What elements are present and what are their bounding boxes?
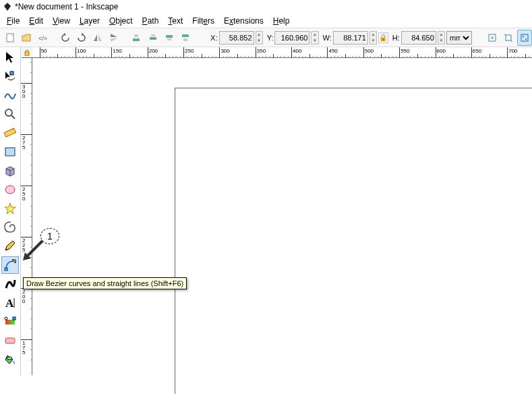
menu-text[interactable]: Text: [164, 15, 187, 27]
x-label: X:: [210, 34, 217, 42]
star-tool[interactable]: [1, 200, 19, 217]
xml-icon[interactable]: </>: [35, 30, 50, 46]
tooltip: Draw Bezier curves and straight lines (S…: [23, 277, 187, 289]
selector-tool[interactable]: [1, 49, 19, 66]
menu-bar: FileEditViewLayerObjectPathTextFiltersEx…: [0, 13, 532, 28]
svg-rect-2: [133, 38, 140, 41]
svg-rect-9: [182, 34, 189, 37]
rect-tool[interactable]: [1, 143, 19, 161]
svg-point-27: [7, 357, 12, 360]
ruler-v-label: 300: [22, 84, 25, 98]
svg-rect-12: [521, 34, 528, 41]
y-input[interactable]: [274, 31, 309, 45]
ruler-lock-icon[interactable]: [22, 47, 32, 58]
text-tool[interactable]: A: [1, 294, 19, 312]
3dbox-tool[interactable]: [1, 162, 19, 179]
svg-text:A: A: [5, 297, 14, 310]
paint-bucket-tool[interactable]: [1, 351, 19, 368]
ruler-h-label: 400: [293, 48, 301, 54]
x-input[interactable]: [219, 31, 254, 45]
main-area: A 175200225250275300 5010015020025030035…: [0, 47, 532, 375]
menu-view[interactable]: View: [49, 15, 74, 27]
measure-tool[interactable]: [1, 124, 19, 142]
sculpt-tool[interactable]: [1, 86, 19, 104]
ruler-h-label: 100: [77, 48, 86, 54]
ruler-h-label: 50: [41, 48, 47, 54]
bezier-tool[interactable]: [1, 256, 19, 274]
menu-help[interactable]: Help: [269, 15, 294, 27]
svg-rect-18: [5, 148, 15, 156]
svg-point-19: [5, 186, 15, 194]
new-icon[interactable]: [3, 30, 18, 46]
raise-icon[interactable]: [162, 30, 177, 46]
menu-layer[interactable]: Layer: [76, 15, 104, 27]
dropper-tool[interactable]: [1, 332, 19, 349]
menu-file[interactable]: File: [3, 15, 24, 27]
spiral-tool[interactable]: [1, 219, 19, 236]
x-spinner[interactable]: ▲▼: [256, 31, 263, 45]
ruler-h-label: 700: [508, 48, 517, 54]
app-icon: [3, 2, 12, 11]
svg-rect-5: [151, 34, 155, 36]
toolbox: A: [0, 47, 20, 375]
ruler-v-label: 200: [22, 289, 25, 304]
svg-text:</>: </>: [38, 35, 47, 42]
svg-point-24: [5, 317, 7, 320]
window-title: *New document 1 - Inkscape: [15, 2, 118, 11]
lower-to-bottom-icon[interactable]: [129, 30, 144, 46]
svg-rect-4: [150, 37, 156, 40]
h-label: H:: [392, 34, 400, 42]
w-input[interactable]: [333, 31, 368, 45]
rotate-cw-icon[interactable]: [74, 30, 89, 46]
zoom-tool[interactable]: [1, 105, 19, 123]
ruler-h-label: 550: [401, 48, 409, 54]
w-spinner[interactable]: ▲▼: [370, 31, 377, 45]
ruler-v-label: 175: [22, 341, 25, 355]
annotation-arrow: [20, 237, 47, 264]
affect-move-icon[interactable]: [485, 30, 500, 46]
svg-rect-6: [167, 38, 171, 40]
affect-scale-icon[interactable]: [501, 30, 516, 46]
rotate-ccw-icon[interactable]: [58, 30, 73, 46]
svg-rect-17: [4, 128, 16, 137]
svg-rect-20: [5, 268, 7, 271]
ruler-h-label: 200: [149, 48, 158, 54]
pencil-tool[interactable]: [1, 237, 19, 255]
lower-icon[interactable]: [146, 30, 160, 46]
raise-to-top-icon[interactable]: [178, 30, 193, 46]
canvas[interactable]: [32, 58, 532, 375]
menu-edit[interactable]: Edit: [25, 15, 47, 27]
h-input[interactable]: [401, 31, 436, 45]
svg-rect-26: [5, 338, 15, 343]
svg-rect-28: [25, 52, 29, 55]
unit-select[interactable]: mm: [446, 31, 472, 45]
menu-filters[interactable]: Filters: [188, 15, 218, 27]
y-spinner[interactable]: ▲▼: [311, 31, 318, 45]
h-spinner[interactable]: ▲▼: [438, 31, 445, 45]
menu-extensions[interactable]: Extensions: [220, 15, 268, 27]
lock-aspect-icon[interactable]: 🔒: [378, 32, 388, 43]
ellipse-tool[interactable]: [1, 181, 19, 198]
w-label: W:: [323, 34, 332, 42]
title-bar: *New document 1 - Inkscape: [0, 0, 532, 13]
ruler-h-label: 250: [185, 48, 194, 54]
flip-v-icon[interactable]: [107, 30, 121, 46]
svg-rect-8: [183, 38, 187, 41]
ruler-horizontal: 5010015020025030035040045050055060065070…: [32, 47, 532, 58]
ruler-h-label: 150: [113, 48, 121, 54]
affect-pattern-icon[interactable]: [517, 30, 532, 46]
flip-h-icon[interactable]: [90, 30, 105, 46]
svg-rect-7: [166, 35, 173, 38]
ruler-h-label: 650: [473, 48, 481, 54]
calligraphy-tool[interactable]: [1, 275, 19, 293]
menu-path[interactable]: Path: [138, 15, 163, 27]
svg-point-16: [5, 109, 12, 116]
gradient-tool[interactable]: [1, 313, 19, 331]
ruler-h-label: 300: [220, 48, 229, 54]
menu-object[interactable]: Object: [105, 15, 137, 27]
open-icon[interactable]: [19, 30, 34, 46]
ruler-h-label: 600: [437, 48, 446, 54]
ruler-h-label: 350: [257, 48, 266, 54]
node-tool[interactable]: [1, 67, 19, 85]
svg-rect-23: [5, 320, 15, 325]
